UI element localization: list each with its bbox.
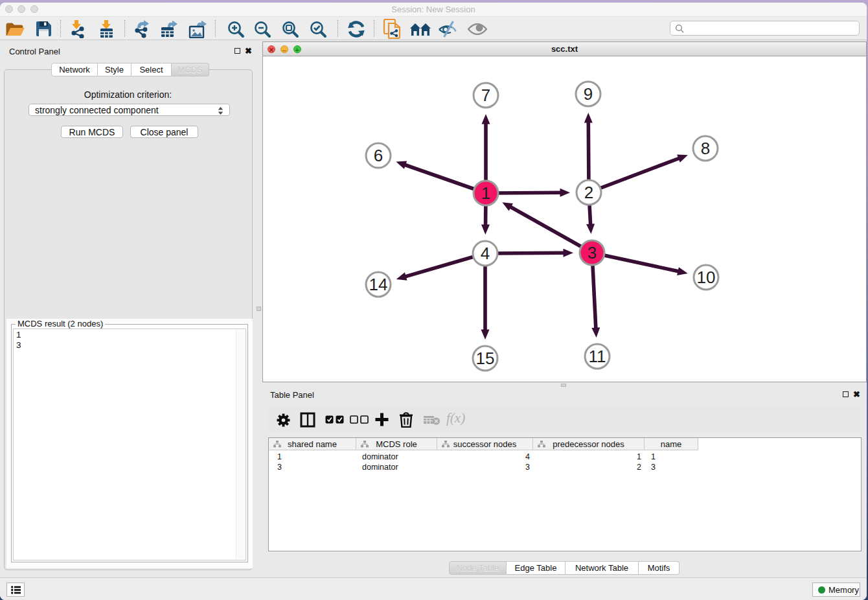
svg-text:8: 8 <box>701 139 710 158</box>
svg-text:9: 9 <box>584 84 593 104</box>
svg-text:4: 4 <box>481 244 490 263</box>
svg-text:15: 15 <box>476 349 495 368</box>
svg-text:3: 3 <box>588 243 597 262</box>
svg-text:11: 11 <box>589 347 606 366</box>
svg-text:1: 1 <box>481 183 490 203</box>
svg-text:6: 6 <box>374 146 383 165</box>
svg-text:14: 14 <box>369 275 388 294</box>
svg-text:2: 2 <box>584 183 593 202</box>
svg-text:10: 10 <box>697 268 716 287</box>
svg-text:7: 7 <box>481 86 490 105</box>
